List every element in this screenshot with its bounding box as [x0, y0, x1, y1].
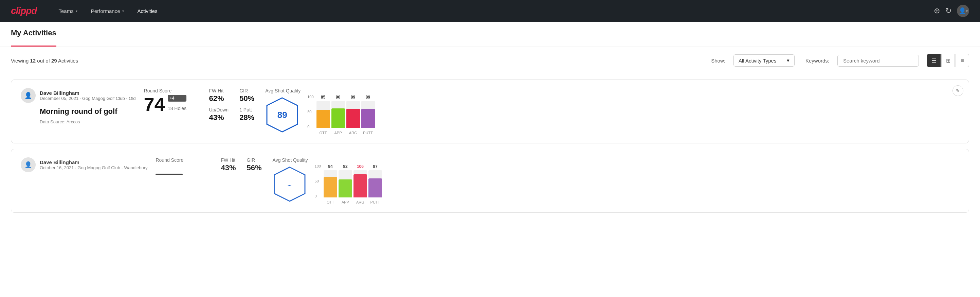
- data-source: Data Source: Arccos: [40, 119, 136, 125]
- person-icon: 👤: [959, 7, 966, 14]
- cards-container: ✎ 👤 Dave Billingham December 05, 2021 · …: [0, 74, 980, 218]
- filter-bar: Viewing 12 out of 29 Activities Show: Al…: [0, 47, 980, 74]
- edit-button[interactable]: ✎: [953, 85, 963, 96]
- page-container: My Activities Viewing 12 out of 29 Activ…: [0, 22, 980, 297]
- activity-card: 👤 Dave Billingham October 16, 2021 · Gog…: [11, 149, 969, 213]
- user-date: December 05, 2021 · Gog Magog Golf Club …: [40, 96, 136, 101]
- gir-value: 56%: [247, 163, 262, 172]
- fw-gir-section: FW Hit 62% Up/Down 43% GIR 50%: [209, 88, 255, 126]
- teams-chevron-icon: ▾: [76, 9, 78, 13]
- performance-chevron-icon: ▾: [122, 9, 124, 13]
- one-putt-stat: 1 Putt 28%: [239, 107, 255, 122]
- nav-activities[interactable]: Activities: [132, 5, 163, 17]
- one-putt-label: 1 Putt: [239, 107, 255, 112]
- list-large-icon: ☰: [931, 57, 936, 64]
- fw-hit-value: 43%: [221, 163, 235, 172]
- up-down-stat: Up/Down 43%: [209, 107, 229, 122]
- gir-stat: GIR 56%: [247, 157, 262, 172]
- bar-track-ott: [324, 170, 337, 198]
- card-user: 👤 Dave Billingham December 05, 2021 · Go…: [21, 88, 136, 103]
- bar-group-app: 90 APP: [331, 95, 345, 135]
- activity-type-chevron-icon: ▾: [787, 57, 789, 64]
- add-icon[interactable]: ⊕: [934, 6, 940, 15]
- score-number: 74: [144, 95, 165, 114]
- card-left: 👤 Dave Billingham October 16, 2021 · Gog…: [21, 157, 147, 176]
- keywords-label: Keywords:: [805, 58, 829, 64]
- hex-score: 89: [277, 110, 287, 120]
- search-input[interactable]: [837, 55, 919, 67]
- user-info: Dave Billingham December 05, 2021 · Gog …: [40, 90, 136, 101]
- bar-fill-arg: [346, 109, 360, 128]
- card-user: 👤 Dave Billingham October 16, 2021 · Gog…: [21, 157, 147, 172]
- bar-fill-ott: [317, 110, 330, 128]
- hexagon-container: ...: [273, 166, 307, 203]
- round-score-label: Round Score: [144, 88, 198, 93]
- avatar: 👤: [21, 88, 36, 103]
- bar-group-ott: 94 OTT: [324, 164, 337, 204]
- avg-quality-label: Avg Shot Quality: [273, 157, 415, 163]
- avg-quality-label: Avg Shot Quality: [265, 88, 408, 93]
- avatar: 👤: [21, 157, 36, 172]
- up-down-value: 43%: [209, 113, 229, 122]
- chart-y-labels: 100 50 0: [307, 95, 313, 129]
- avg-quality-section: Avg Shot Quality ... 100 50: [273, 157, 415, 204]
- bar-group-arg: 89 ARG: [346, 95, 360, 135]
- view-toggle: ☰ ⊞ ≡: [927, 54, 969, 67]
- score-display: 74 +4 18 Holes: [144, 95, 198, 114]
- fw-hit-stat: FW Hit 62%: [209, 88, 229, 103]
- bar-chart: 100 50 0 85 OTT: [307, 95, 375, 135]
- bar-track-arg: [346, 101, 360, 128]
- quality-content: ... 100 50 0 94: [273, 164, 415, 204]
- gir-stat: GIR 50%: [239, 88, 255, 103]
- hexagon-container: 89: [265, 96, 299, 134]
- activity-type-select[interactable]: All Activity Types ▾: [733, 54, 795, 67]
- page-title: My Activities: [11, 29, 56, 42]
- hex-score: ...: [288, 182, 292, 187]
- refresh-icon[interactable]: ↻: [945, 6, 951, 15]
- bar-group-app: 82 APP: [339, 164, 352, 204]
- user-info: Dave Billingham October 16, 2021 · Gog M…: [40, 160, 147, 170]
- user-name: Dave Billingham: [40, 160, 147, 165]
- bar-fill-putt: [361, 109, 375, 128]
- navbar: clippd Teams ▾ Performance ▾ Activities …: [0, 0, 980, 22]
- app-logo[interactable]: clippd: [11, 5, 37, 16]
- bar-fill-app: [331, 109, 345, 128]
- fw-hit-label: FW Hit: [209, 88, 229, 93]
- view-list-large-button[interactable]: ☰: [927, 54, 940, 67]
- list-small-icon: ≡: [961, 57, 964, 64]
- nav-right: ⊕ ↻ 👤 ▾: [934, 5, 969, 17]
- chart-y-labels: 100 50 0: [315, 164, 321, 198]
- gir-label: GIR: [247, 157, 262, 163]
- nav-performance[interactable]: Performance ▾: [86, 5, 129, 17]
- view-list-small-button[interactable]: ≡: [956, 54, 969, 67]
- fw-gir-section: FW Hit 43% GIR 56%: [221, 157, 261, 176]
- score-holes: 18 Holes: [168, 106, 186, 111]
- fw-hit-label: FW Hit: [221, 157, 235, 163]
- viewing-text: Viewing 12 out of 29 Activities: [11, 58, 706, 64]
- grid-icon: ⊞: [946, 57, 950, 64]
- bar-group-putt: 89 PUTT: [361, 95, 375, 135]
- user-avatar-button[interactable]: 👤 ▾: [957, 5, 969, 17]
- bar-track-app: [331, 101, 345, 128]
- bar-track-putt: [368, 170, 382, 198]
- gir-label: GIR: [239, 88, 255, 93]
- bar-track-ott: [317, 101, 330, 128]
- quality-content: 89 100 50 0 85: [265, 95, 408, 135]
- activity-title: Morning round of golf: [40, 107, 136, 116]
- round-score-section: Round Score 74 +4 18 Holes: [144, 88, 198, 114]
- card-left: 👤 Dave Billingham December 05, 2021 · Go…: [21, 88, 136, 125]
- person-icon: 👤: [24, 92, 32, 99]
- one-putt-value: 28%: [239, 113, 255, 122]
- fw-hit-stat: FW Hit 43%: [221, 157, 235, 172]
- gir-value: 50%: [239, 94, 255, 103]
- avatar-chevron: ▾: [966, 9, 968, 13]
- card-stats: Round Score 74 +4 18 Holes FW: [144, 88, 408, 135]
- nav-teams[interactable]: Teams ▾: [53, 5, 83, 17]
- view-grid-button[interactable]: ⊞: [941, 54, 955, 67]
- show-label: Show:: [711, 58, 725, 64]
- round-score-section: Round Score: [156, 157, 210, 185]
- bar-group-arg: 106 ARG: [353, 164, 367, 204]
- score-badge: +4: [168, 95, 186, 102]
- bar-chart: 100 50 0 94 OTT: [315, 164, 382, 204]
- nav-links: Teams ▾ Performance ▾ Activities: [53, 5, 934, 17]
